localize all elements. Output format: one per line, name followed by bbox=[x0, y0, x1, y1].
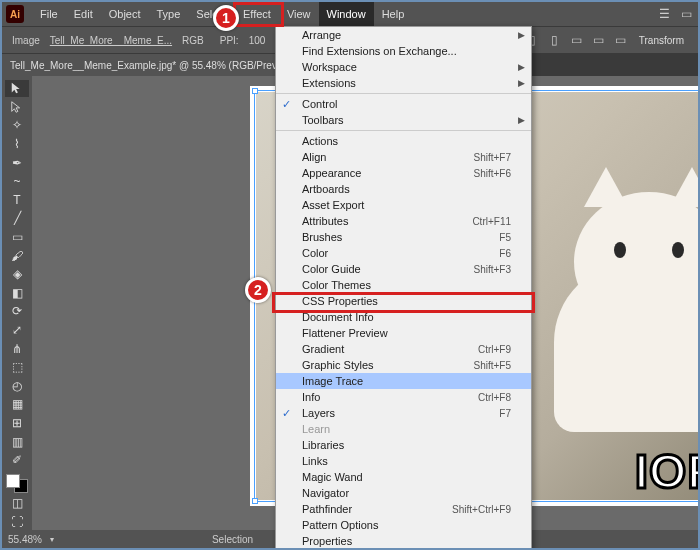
menu-item-label: Learn bbox=[302, 423, 330, 435]
menu-item-learn[interactable]: Learn bbox=[276, 421, 531, 437]
curvature-tool[interactable]: ~ bbox=[5, 173, 29, 190]
menu-item-color-guide[interactable]: Color GuideShift+F3 bbox=[276, 261, 531, 277]
menu-item-arrange[interactable]: Arrange▶ bbox=[276, 27, 531, 43]
free-transform-tool[interactable]: ⬚ bbox=[5, 359, 29, 376]
menu-item-label: Pattern Options bbox=[302, 519, 378, 531]
check-icon: ✓ bbox=[282, 98, 291, 111]
menu-item-workspace[interactable]: Workspace▶ bbox=[276, 59, 531, 75]
linked-file-name[interactable]: Tell_Me_More__Meme_E... bbox=[50, 35, 172, 46]
tab-title: Tell_Me_More__Meme_Example.jpg* @ 55.48%… bbox=[10, 60, 295, 71]
type-tool[interactable]: T bbox=[5, 192, 29, 209]
cat-illustration bbox=[534, 172, 698, 432]
menu-item-label: Color Themes bbox=[302, 279, 371, 291]
shaper-tool[interactable]: ◈ bbox=[5, 266, 29, 283]
menu-item-find-extensions-on-exchange-[interactable]: Find Extensions on Exchange... bbox=[276, 43, 531, 59]
menu-item-label: Appearance bbox=[302, 167, 361, 179]
menu-view[interactable]: View bbox=[279, 2, 319, 26]
zoom-dropdown-icon[interactable]: ▾ bbox=[50, 535, 54, 544]
menu-item-align[interactable]: AlignShift+F7 bbox=[276, 149, 531, 165]
menu-item-graphic-styles[interactable]: Graphic StylesShift+F5 bbox=[276, 357, 531, 373]
submenu-arrow-icon: ▶ bbox=[518, 30, 525, 40]
rotate-tool[interactable]: ⟳ bbox=[5, 303, 29, 320]
menu-item-label: Info bbox=[302, 391, 320, 403]
document-tab[interactable]: Tell_Me_More__Meme_Example.jpg* @ 55.48%… bbox=[2, 54, 316, 76]
menu-item-color-themes[interactable]: Color Themes bbox=[276, 277, 531, 293]
shortcut-label: Shift+F5 bbox=[473, 360, 511, 371]
menu-item-navigator[interactable]: Navigator bbox=[276, 485, 531, 501]
menu-edit[interactable]: Edit bbox=[66, 2, 101, 26]
menu-item-pattern-options[interactable]: Pattern Options bbox=[276, 517, 531, 533]
menu-item-extensions[interactable]: Extensions▶ bbox=[276, 75, 531, 91]
menu-item-label: Find Extensions on Exchange... bbox=[302, 45, 457, 57]
menu-item-appearance[interactable]: AppearanceShift+F6 bbox=[276, 165, 531, 181]
arrange-icon[interactable]: ▭ bbox=[678, 6, 694, 22]
gradient-tool[interactable]: ▥ bbox=[5, 433, 29, 450]
menu-item-brushes[interactable]: BrushesF5 bbox=[276, 229, 531, 245]
menu-item-properties[interactable]: Properties bbox=[276, 533, 531, 549]
transform-panel-label[interactable]: Transform bbox=[635, 35, 688, 46]
menu-item-control[interactable]: ✓Control bbox=[276, 96, 531, 112]
search-icon[interactable]: ☰ bbox=[656, 6, 672, 22]
menu-object[interactable]: Object bbox=[101, 2, 149, 26]
magic-wand-tool[interactable]: ✧ bbox=[5, 117, 29, 134]
align-middle-icon[interactable]: ▭ bbox=[591, 32, 607, 48]
align-right-icon[interactable]: ▯ bbox=[547, 32, 563, 48]
mesh-tool[interactable]: ⊞ bbox=[5, 415, 29, 432]
eraser-tool[interactable]: ◧ bbox=[5, 285, 29, 302]
menu-file[interactable]: File bbox=[32, 2, 66, 26]
menu-item-libraries[interactable]: Libraries bbox=[276, 437, 531, 453]
fill-swatch[interactable] bbox=[6, 474, 20, 488]
menu-item-actions[interactable]: Actions bbox=[276, 133, 531, 149]
menu-item-flattener-preview[interactable]: Flattener Preview bbox=[276, 325, 531, 341]
annotation-callout-2: 2 bbox=[245, 277, 271, 303]
menu-item-image-trace[interactable]: Image Trace bbox=[276, 373, 531, 389]
direct-selection-tool[interactable] bbox=[5, 99, 29, 116]
color-swatches[interactable] bbox=[6, 474, 28, 492]
menubar: Ai FileEditObjectTypeSelectEffectViewWin… bbox=[2, 2, 698, 26]
menu-item-magic-wand[interactable]: Magic Wand bbox=[276, 469, 531, 485]
shortcut-label: F5 bbox=[499, 232, 511, 243]
selection-type-label: Image bbox=[12, 35, 40, 46]
menu-item-toolbars[interactable]: Toolbars▶ bbox=[276, 112, 531, 128]
width-tool[interactable]: ⋔ bbox=[5, 340, 29, 357]
menu-item-asset-export[interactable]: Asset Export bbox=[276, 197, 531, 213]
menu-help[interactable]: Help bbox=[374, 2, 413, 26]
menu-item-artboards[interactable]: Artboards bbox=[276, 181, 531, 197]
align-bottom-icon[interactable]: ▭ bbox=[613, 32, 629, 48]
menubar-right-icons: ☰ ▭ bbox=[656, 6, 694, 22]
menu-item-links[interactable]: Links bbox=[276, 453, 531, 469]
line-tool[interactable]: ╱ bbox=[5, 210, 29, 227]
menu-item-label: Gradient bbox=[302, 343, 344, 355]
zoom-level[interactable]: 55.48% bbox=[8, 534, 42, 545]
menu-item-layers[interactable]: ✓LayersF7 bbox=[276, 405, 531, 421]
screen-mode-icon[interactable]: ⛶ bbox=[5, 513, 29, 530]
eyedropper-tool[interactable]: ✐ bbox=[5, 452, 29, 469]
menu-item-label: Color bbox=[302, 247, 328, 259]
shortcut-label: Shift+F6 bbox=[473, 168, 511, 179]
pen-tool[interactable]: ✒ bbox=[5, 154, 29, 171]
menu-item-gradient[interactable]: GradientCtrl+F9 bbox=[276, 341, 531, 357]
draw-mode-icon[interactable]: ◫ bbox=[5, 495, 29, 512]
menu-item-label: Color Guide bbox=[302, 263, 361, 275]
paintbrush-tool[interactable]: 🖌 bbox=[5, 247, 29, 264]
perspective-tool[interactable]: ▦ bbox=[5, 396, 29, 413]
menu-item-pathfinder[interactable]: PathfinderShift+Ctrl+F9 bbox=[276, 501, 531, 517]
ppi-value: 100 bbox=[249, 35, 266, 46]
shape-builder-tool[interactable]: ◴ bbox=[5, 378, 29, 395]
rectangle-tool[interactable]: ▭ bbox=[5, 229, 29, 246]
menu-type[interactable]: Type bbox=[149, 2, 189, 26]
menu-item-info[interactable]: InfoCtrl+F8 bbox=[276, 389, 531, 405]
menu-item-attributes[interactable]: AttributesCtrl+F11 bbox=[276, 213, 531, 229]
menu-item-label: Magic Wand bbox=[302, 471, 363, 483]
lasso-tool[interactable]: ⌇ bbox=[5, 136, 29, 153]
shortcut-label: Shift+Ctrl+F9 bbox=[452, 504, 511, 515]
menu-item-label: Graphic Styles bbox=[302, 359, 374, 371]
submenu-arrow-icon: ▶ bbox=[518, 78, 525, 88]
menu-item-label: Extensions bbox=[302, 77, 356, 89]
align-top-icon[interactable]: ▭ bbox=[569, 32, 585, 48]
annotation-box-2 bbox=[272, 292, 535, 313]
scale-tool[interactable]: ⤢ bbox=[5, 322, 29, 339]
menu-window[interactable]: Window bbox=[319, 2, 374, 26]
menu-item-color[interactable]: ColorF6 bbox=[276, 245, 531, 261]
selection-tool[interactable] bbox=[5, 80, 29, 97]
